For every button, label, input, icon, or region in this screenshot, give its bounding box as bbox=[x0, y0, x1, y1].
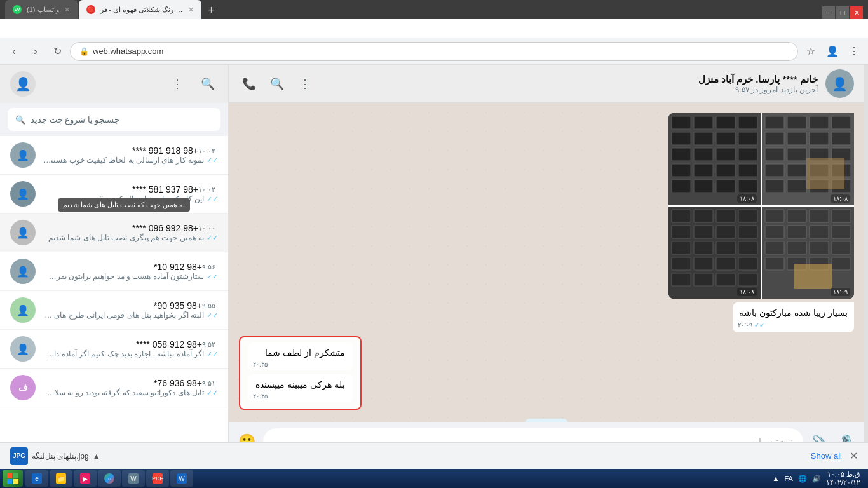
chat-header: 📞 🔍 ⋮ خانم **** پارسا. خرم آباد منزل آخر… bbox=[229, 65, 864, 103]
show-all-button[interactable]: Show all bbox=[811, 451, 842, 461]
bookmark-button[interactable]: ☆ bbox=[802, 43, 820, 60]
tab-2[interactable]: 🔴 پیل فومی آجری رنگ شکلاتی قهوه ای - فر … bbox=[79, 0, 201, 19]
url-bar[interactable]: 🔒 web.whatsapp.com bbox=[70, 42, 798, 61]
svg-rect-23 bbox=[787, 116, 806, 129]
svg-rect-57 bbox=[694, 257, 713, 270]
chat-name-text-2: +98 937 581 **** bbox=[43, 184, 198, 194]
taskbar-explorer[interactable]: 📁 bbox=[50, 470, 72, 487]
search-box[interactable]: 🔍 جستجو یا شروع چت جدید bbox=[8, 108, 220, 131]
tray-arrows-icon: ▲ bbox=[773, 475, 780, 482]
back-button[interactable]: ‹ bbox=[5, 43, 23, 60]
quoted-messages-row: متشکرم از لطف شما ۲۰:۳۵ بله هرکی میبینه … bbox=[239, 336, 854, 410]
chat-time-6: ۹:۵۲ bbox=[202, 341, 215, 349]
svg-rect-67 bbox=[810, 210, 829, 222]
menu-button[interactable]: ⋮ bbox=[845, 43, 863, 60]
taskbar-word[interactable]: W bbox=[170, 470, 193, 487]
taskbar-ie[interactable]: e bbox=[25, 470, 48, 487]
svg-rect-76 bbox=[832, 241, 851, 254]
img-time-3: ۱۸:۰۸ bbox=[737, 288, 757, 296]
quoted-msg-2-text: بله هرکی میبینه میپسنده bbox=[255, 379, 345, 390]
bubble-1: بسیار زیبا شده مبارکتون باشه ✓✓ ۲۰:۰۹ bbox=[733, 302, 854, 332]
call-icon[interactable]: 📞 bbox=[239, 74, 259, 94]
minimize-button[interactable]: ─ bbox=[822, 6, 835, 19]
download-bar-close-button[interactable]: ✕ bbox=[850, 450, 858, 462]
svg-rect-59 bbox=[738, 257, 757, 270]
maximize-button[interactable]: □ bbox=[836, 6, 849, 19]
taskbar-media[interactable]: ▶ bbox=[74, 470, 97, 487]
chat-name-text-3: +98 992 096 **** bbox=[43, 223, 198, 233]
whatsapp-container: 👤 ⋮ 🔍 🔍 جستجو یا شروع چت جدید 👤 ۱۰:۰۳ bbox=[0, 65, 868, 461]
svg-rect-12 bbox=[738, 148, 757, 161]
chat-info-4: ۹:۵۶ +98 912 10* ✓✓ ستارشتون آماده هست و… bbox=[43, 262, 218, 281]
close-window-button[interactable]: ✕ bbox=[850, 6, 863, 19]
taskbar-chrome[interactable]: ○ bbox=[98, 470, 121, 487]
img-time-4: ۱۸:۰۹ bbox=[831, 288, 850, 296]
tile-pattern-1 bbox=[668, 113, 761, 205]
chat-avatar-7: ف bbox=[10, 375, 36, 400]
svg-rect-50 bbox=[716, 226, 735, 238]
chat-item-6[interactable]: 👤 ۹:۵۲ +98 912 058 **** ✓✓ اگر آماده نبا… bbox=[0, 330, 228, 369]
sidebar-icons: ⋮ 🔍 bbox=[167, 74, 218, 94]
taskbar-pdf[interactable]: PDF bbox=[146, 470, 169, 487]
chat-preview-5: ✓✓ البته اگر بخواهید پنل های قومی ایرانی… bbox=[43, 311, 218, 320]
chat-time-5: ۹:۵۵ bbox=[202, 302, 215, 310]
download-chevron-icon[interactable]: ▲ bbox=[93, 452, 100, 461]
check-marks-4: ✓✓ bbox=[207, 273, 218, 281]
chat-info-1: ۱۰:۰۳ +98 918 991 **** ✓✓ نمونه کار های … bbox=[43, 146, 218, 165]
check-marks-3: ✓✓ bbox=[207, 234, 218, 242]
chat-preview-4: ✓✓ ستارشتون آماده هست و مد خواهیم برایتو… bbox=[43, 272, 218, 281]
new-tab-button[interactable]: + bbox=[203, 1, 220, 19]
image-2[interactable]: ۱۸:۰۸ bbox=[762, 113, 854, 205]
chat-name-text-5: +98 935 90* bbox=[43, 301, 202, 311]
sidebar-search-area: 🔍 جستجو یا شروع چت جدید bbox=[0, 103, 228, 136]
tab-2-label: پیل فومی آجری رنگ شکلاتی قهوه ای - فر bbox=[100, 6, 183, 14]
chat-header-left: 📞 🔍 ⋮ bbox=[239, 74, 315, 94]
chat-avatar-1: 👤 bbox=[10, 142, 36, 168]
chat-tooltip: به همین جهت که نصب تایل های شما شدیم bbox=[58, 198, 190, 212]
search-chat-icon[interactable]: 🔍 bbox=[267, 74, 287, 94]
more-options-icon[interactable]: ⋮ bbox=[295, 74, 315, 94]
chat-info-6: ۹:۵۲ +98 912 058 **** ✓✓ اگر آماده نباشه… bbox=[43, 339, 218, 358]
image-1[interactable]: ۱۸:۰۸ bbox=[668, 113, 761, 205]
chat-item-4[interactable]: 👤 ۹:۵۶ +98 912 10* ✓✓ ستارشتون آماده هست… bbox=[0, 252, 228, 291]
chat-item-7[interactable]: ف ۹:۵۱ +98 936 76* ✓✓ تایل های دکوراتیو … bbox=[0, 369, 228, 407]
forward-button[interactable]: › bbox=[27, 43, 44, 60]
chat-preview-3: ✓✓ به همین جهت هم پیگری نصب تایل های شما… bbox=[43, 233, 218, 242]
chat-item-3[interactable]: 👤 ۱۰:۰۰ +98 992 096 **** ✓✓ به همین جهت … bbox=[0, 214, 228, 252]
user-avatar[interactable]: 👤 bbox=[10, 71, 36, 97]
chat-item-5[interactable]: 👤 ۹:۵۵ +98 935 90* ✓✓ البته اگر بخواهید … bbox=[0, 291, 228, 330]
taskbar-word-pad[interactable]: W bbox=[122, 470, 145, 487]
download-filename: پنلهای پنل‌لنگه.jpg bbox=[32, 452, 89, 461]
svg-rect-7 bbox=[716, 132, 735, 145]
account-button[interactable]: 👤 bbox=[824, 43, 841, 60]
svg-rect-20 bbox=[738, 180, 757, 193]
svg-rect-35 bbox=[787, 164, 806, 177]
preview-text-3: به همین جهت هم پیگری نصب تایل های شما شد… bbox=[48, 233, 204, 242]
svg-rect-48 bbox=[672, 226, 691, 238]
download-bar-actions: Show all ✕ bbox=[811, 450, 858, 462]
svg-rect-72 bbox=[832, 226, 851, 238]
chat-name-text-7: +98 936 76* bbox=[43, 378, 202, 388]
svg-rect-63 bbox=[738, 273, 757, 286]
chat-header-right[interactable]: خانم **** پارسا. خرم آباد منزل آخرین باز… bbox=[698, 69, 854, 98]
tab-1-close[interactable]: ✕ bbox=[64, 6, 70, 14]
taskbar-date: ۱۴۰۲/۲۰/۱۲ bbox=[826, 478, 860, 487]
image-3[interactable]: ۱۸:۰۸ bbox=[668, 207, 761, 299]
image-4[interactable]: ۱۸:۰۹ bbox=[762, 207, 854, 299]
chat-preview-6: ✓✓ اگر آماده نباشه . اجازه بدید چک کنیم … bbox=[43, 349, 218, 358]
start-button[interactable] bbox=[3, 470, 23, 487]
tab-1-favicon: W bbox=[13, 5, 22, 14]
chat-item-1[interactable]: 👤 ۱۰:۰۳ +98 918 991 **** ✓✓ نمونه کار ها… bbox=[0, 136, 228, 175]
sidebar-search-btn[interactable]: 🔍 bbox=[198, 74, 218, 94]
taskbar-items: e 📁 ▶ ○ W PDF W bbox=[23, 470, 768, 487]
tab-1-label: (1) واتساپ bbox=[27, 6, 59, 14]
reload-button[interactable]: ↻ bbox=[48, 43, 66, 60]
media-icon: ▶ bbox=[80, 473, 90, 484]
svg-rect-28 bbox=[810, 132, 829, 145]
svg-rect-9 bbox=[672, 148, 691, 161]
ie-icon: e bbox=[32, 473, 42, 484]
tab-1[interactable]: W (1) واتساپ ✕ bbox=[5, 0, 78, 19]
svg-rect-47 bbox=[738, 210, 757, 222]
sidebar-menu-btn[interactable]: ⋮ bbox=[167, 74, 187, 94]
tab-2-close[interactable]: ✕ bbox=[188, 6, 194, 14]
